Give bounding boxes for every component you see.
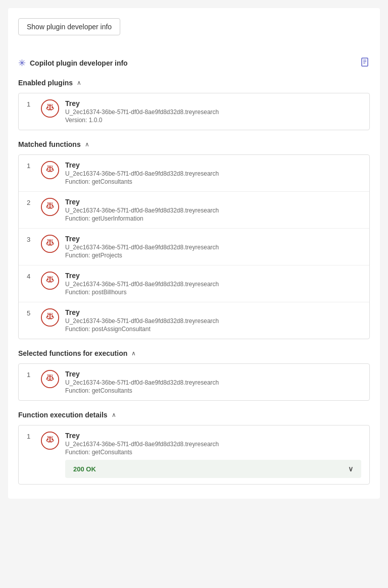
main-container: Show plugin developer info ✳ Copilot plu… xyxy=(8,8,380,499)
matched-function-2: Function: getUserInformation xyxy=(65,215,361,222)
matched-item-1: 1 TREY Trey xyxy=(19,155,369,192)
svg-point-11 xyxy=(51,110,52,111)
svg-point-26 xyxy=(48,208,49,209)
matched-number-5: 5 xyxy=(27,309,35,317)
matched-number-1: 1 xyxy=(27,162,35,170)
svg-point-40 xyxy=(52,279,53,281)
matched-info-5: Trey U_2ec16374-36be-57f1-df0d-8ae9fd8d3… xyxy=(65,308,361,333)
matched-functions-chevron[interactable]: ∧ xyxy=(85,141,89,148)
svg-point-47 xyxy=(47,316,48,317)
svg-point-57 xyxy=(50,379,51,381)
svg-point-64 xyxy=(52,439,53,441)
svg-point-32 xyxy=(52,242,53,244)
matched-item-2: 2 TREY Trey xyxy=(19,192,369,229)
matched-functions-header: Matched functions ∧ xyxy=(18,140,370,148)
selected-functions-list: 1 TREY Trey xyxy=(18,363,370,401)
svg-point-39 xyxy=(47,279,48,281)
matched-function-3: Function: getProjects xyxy=(65,252,361,259)
matched-item-5: 5 TREY Trey xyxy=(19,302,369,339)
matched-id-5: U_2ec16374-36be-57f1-df0d-8ae9fd8d32d8.t… xyxy=(65,317,361,325)
selected-name-1: Trey xyxy=(65,370,361,378)
execution-name-1: Trey xyxy=(65,432,361,440)
enabled-plugins-list: 1 TREY Trey xyxy=(18,93,370,130)
matched-item-3: 3 TREY Trey xyxy=(19,229,369,265)
copilot-icon: ✳ xyxy=(18,58,26,69)
svg-point-15 xyxy=(47,169,48,170)
show-plugin-btn[interactable]: Show plugin developer info xyxy=(18,18,120,35)
matched-function-1: Function: getConsultants xyxy=(65,178,361,185)
matched-function-4: Function: postBillhours xyxy=(65,289,361,296)
selected-functions-chevron[interactable]: ∧ xyxy=(131,350,136,357)
enabled-plugin-item-1: 1 TREY Trey xyxy=(19,93,369,130)
svg-point-8 xyxy=(52,107,53,109)
svg-point-7 xyxy=(47,107,48,109)
execution-details-chevron[interactable]: ∧ xyxy=(112,411,116,418)
svg-point-18 xyxy=(48,171,49,172)
matched-id-1: U_2ec16374-36be-57f1-df0d-8ae9fd8d32d8.t… xyxy=(65,170,361,177)
matched-functions-list: 1 TREY Trey xyxy=(18,154,370,339)
trey-logo-m1: TREY xyxy=(41,161,59,179)
trey-logo-m3: TREY xyxy=(41,235,59,253)
trey-logo-e1: TREY xyxy=(41,432,59,450)
trey-logo-s1: TREY xyxy=(41,370,59,388)
selected-id-1: U_2ec16374-36be-57f1-df0d-8ae9fd8d32d8.t… xyxy=(65,379,361,386)
svg-point-24 xyxy=(52,205,53,207)
matched-function-5: Function: postAssignConsultant xyxy=(65,326,361,333)
svg-point-34 xyxy=(48,245,49,246)
svg-point-49 xyxy=(50,317,51,319)
status-200-ok[interactable]: 200 OK ∨ xyxy=(65,460,361,478)
enabled-plugins-header: Enabled plugins ∧ xyxy=(18,79,370,87)
plugin-name-1: Trey xyxy=(65,99,361,108)
execution-function-1: Function: getConsultants xyxy=(65,449,361,456)
svg-point-31 xyxy=(47,242,48,244)
matched-info-4: Trey U_2ec16374-36be-57f1-df0d-8ae9fd8d3… xyxy=(65,272,361,296)
status-text: 200 OK xyxy=(73,465,96,473)
svg-point-55 xyxy=(47,378,48,379)
svg-point-63 xyxy=(47,439,48,441)
selected-functions-header: Selected functions for execution ∧ xyxy=(18,349,370,357)
execution-id-1: U_2ec16374-36be-57f1-df0d-8ae9fd8d32d8.t… xyxy=(65,441,361,448)
status-chevron-icon: ∨ xyxy=(348,465,353,473)
svg-point-27 xyxy=(51,208,52,209)
copilot-section-header: ✳ Copilot plugin developer info xyxy=(18,58,370,69)
matched-name-3: Trey xyxy=(65,235,361,243)
svg-point-56 xyxy=(52,378,53,379)
svg-point-43 xyxy=(51,282,52,283)
svg-point-10 xyxy=(48,110,49,111)
svg-point-58 xyxy=(48,380,49,381)
execution-number-1: 1 xyxy=(27,433,35,440)
svg-point-41 xyxy=(50,281,51,282)
svg-point-25 xyxy=(50,207,51,208)
trey-logo-m5: TREY xyxy=(41,308,59,327)
execution-details-header: Function execution details ∧ xyxy=(18,411,370,419)
svg-point-19 xyxy=(51,171,52,172)
svg-point-66 xyxy=(48,442,49,443)
svg-point-65 xyxy=(50,441,51,442)
doc-icon[interactable] xyxy=(361,58,370,69)
svg-point-42 xyxy=(48,282,49,283)
plugin-id-1: U_2ec16374-36be-57f1-df0d-8ae9fd8d32d8.t… xyxy=(65,109,361,116)
svg-point-17 xyxy=(50,170,51,172)
selected-item-1: 1 TREY Trey xyxy=(19,364,369,400)
execution-details-label: Function execution details xyxy=(18,411,108,419)
matched-functions-label: Matched functions xyxy=(18,140,81,148)
execution-info-1: Trey U_2ec16374-36be-57f1-df0d-8ae9fd8d3… xyxy=(65,432,361,478)
selected-function-1: Function: getConsultants xyxy=(65,387,361,394)
svg-point-50 xyxy=(48,318,49,319)
matched-id-4: U_2ec16374-36be-57f1-df0d-8ae9fd8d32d8.t… xyxy=(65,281,361,288)
copilot-title: Copilot plugin developer info xyxy=(30,59,128,67)
matched-number-3: 3 xyxy=(27,236,35,243)
enabled-plugins-chevron[interactable]: ∧ xyxy=(77,79,81,86)
enabled-plugin-info-1: Trey U_2ec16374-36be-57f1-df0d-8ae9fd8d3… xyxy=(65,99,361,124)
svg-point-48 xyxy=(52,316,53,317)
matched-info-1: Trey U_2ec16374-36be-57f1-df0d-8ae9fd8d3… xyxy=(65,161,361,185)
svg-point-59 xyxy=(51,380,52,381)
selected-number-1: 1 xyxy=(27,371,35,379)
svg-point-35 xyxy=(51,245,52,246)
trey-logo-m4: TREY xyxy=(41,272,59,290)
enabled-plugins-label: Enabled plugins xyxy=(18,79,73,87)
matched-info-3: Trey U_2ec16374-36be-57f1-df0d-8ae9fd8d3… xyxy=(65,235,361,259)
matched-item-4: 4 TREY Trey xyxy=(19,265,369,302)
selected-info-1: Trey U_2ec16374-36be-57f1-df0d-8ae9fd8d3… xyxy=(65,370,361,394)
svg-point-9 xyxy=(50,109,51,110)
